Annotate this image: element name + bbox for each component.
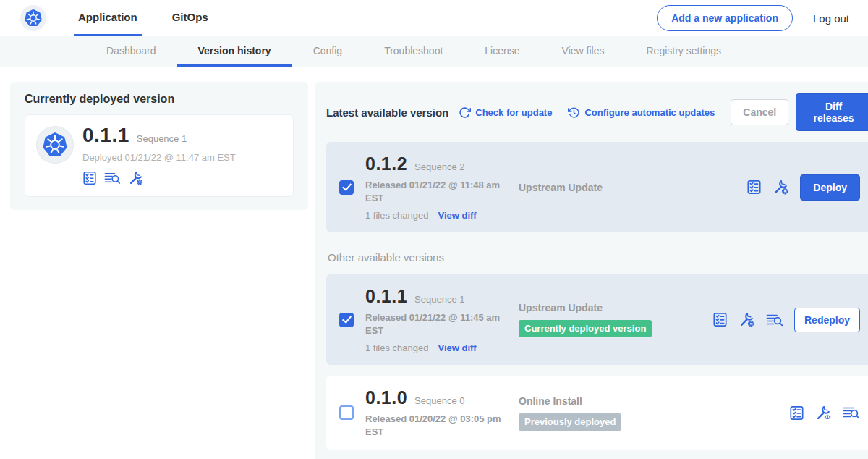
version-source: Upstream Update bbox=[519, 182, 712, 193]
deployed-sequence-label: Sequence 1 bbox=[137, 133, 187, 144]
redeploy-button[interactable]: Redeploy bbox=[794, 308, 860, 332]
source-label: Online Install bbox=[519, 395, 712, 407]
view-diff-link[interactable]: View diff bbox=[438, 210, 476, 221]
deployed-version-info: 0.1.1 Sequence 1 Deployed 01/21/22 @ 11:… bbox=[82, 124, 236, 186]
top-nav: Application GitOps Add a new application… bbox=[0, 0, 868, 36]
wrench-eye-icon[interactable] bbox=[815, 405, 832, 421]
wrench-gear-icon[interactable] bbox=[128, 170, 144, 186]
tab-registry-settings[interactable]: Registry settings bbox=[625, 36, 741, 67]
lines-magnifier-icon[interactable] bbox=[843, 405, 860, 420]
checklist-icon[interactable] bbox=[712, 312, 728, 327]
kubernetes-icon bbox=[40, 130, 70, 160]
version-history-panel: Latest available version Check for updat… bbox=[315, 82, 868, 459]
version-checkbox[interactable] bbox=[339, 405, 354, 420]
tab-dashboard[interactable]: Dashboard bbox=[85, 36, 177, 67]
kubernetes-icon bbox=[22, 7, 44, 29]
add-new-application-button[interactable]: Add a new application bbox=[657, 5, 793, 31]
version-checkbox[interactable] bbox=[339, 180, 354, 195]
released-timestamp: Released 01/21/22 @ 11:45 am EST bbox=[365, 311, 507, 337]
sequence-label: Sequence 0 bbox=[414, 395, 464, 406]
other-versions-title: Other available versions bbox=[328, 251, 868, 264]
released-timestamp: Released 01/21/22 @ 11:48 am EST bbox=[365, 179, 507, 204]
app-icon-badge bbox=[37, 127, 73, 163]
view-diff-link[interactable]: View diff bbox=[438, 342, 476, 353]
diff-releases-button[interactable]: Diff releases bbox=[796, 93, 868, 131]
version-actions bbox=[789, 405, 860, 421]
sequence-label: Sequence 1 bbox=[414, 294, 464, 305]
currently-deployed-badge: Currently deployed version bbox=[519, 320, 652, 337]
tab-gitops[interactable]: GitOps bbox=[168, 0, 213, 36]
tab-license[interactable]: License bbox=[464, 36, 540, 67]
latest-version-header: Latest available version Check for updat… bbox=[326, 93, 868, 131]
version-source: Upstream Update Currently deployed versi… bbox=[519, 302, 712, 337]
version-source: Online Install Previously deployed bbox=[519, 395, 712, 431]
tab-config[interactable]: Config bbox=[292, 36, 363, 67]
files-changed-label: 1 files changed bbox=[365, 342, 428, 353]
checklist-icon[interactable] bbox=[82, 171, 97, 185]
lines-magnifier-icon[interactable] bbox=[766, 313, 783, 327]
sequence-label: Sequence 2 bbox=[414, 161, 464, 172]
source-label: Upstream Update bbox=[519, 182, 712, 193]
files-changed-label: 1 files changed bbox=[365, 210, 428, 221]
configure-automatic-updates-link[interactable]: Configure automatic updates bbox=[568, 106, 715, 119]
tab-application[interactable]: Application bbox=[74, 0, 142, 36]
version-row-0-1-1: 0.1.1 Sequence 1 Released 01/21/22 @ 11:… bbox=[326, 274, 868, 365]
latest-version-title: Latest available version bbox=[326, 106, 448, 119]
lines-magnifier-icon[interactable] bbox=[104, 171, 121, 185]
tab-version-history[interactable]: Version history bbox=[177, 36, 292, 67]
checklist-icon[interactable] bbox=[746, 180, 762, 195]
cancel-button[interactable]: Cancel bbox=[731, 99, 788, 125]
currently-deployed-title: Currently deployed version bbox=[25, 93, 294, 106]
version-info: 0.1.0 Sequence 0 Released 01/20/22 @ 03:… bbox=[365, 387, 519, 438]
version-info: 0.1.1 Sequence 1 Released 01/21/22 @ 11:… bbox=[365, 286, 519, 353]
currently-deployed-card: Currently deployed version bbox=[10, 82, 308, 210]
tab-troubleshoot[interactable]: Troubleshoot bbox=[363, 36, 464, 67]
checklist-icon[interactable] bbox=[789, 405, 804, 421]
deploy-button[interactable]: Deploy bbox=[800, 174, 860, 201]
clock-refresh-icon bbox=[568, 106, 580, 119]
previously-deployed-badge: Previously deployed bbox=[519, 413, 621, 431]
version-info: 0.1.2 Sequence 2 Released 01/21/22 @ 11:… bbox=[365, 153, 519, 221]
version-checkbox[interactable] bbox=[339, 313, 354, 327]
wrench-gear-icon[interactable] bbox=[739, 311, 755, 328]
app-logo bbox=[20, 5, 46, 31]
version-row-0-1-0: 0.1.0 Sequence 0 Released 01/20/22 @ 03:… bbox=[326, 376, 868, 450]
version-number: 0.1.2 bbox=[365, 153, 407, 174]
released-timestamp: Released 01/20/22 @ 03:05 pm EST bbox=[365, 413, 507, 438]
version-number: 0.1.0 bbox=[365, 387, 407, 408]
main-content: Currently deployed version bbox=[0, 67, 868, 459]
version-row-0-1-2: 0.1.2 Sequence 2 Released 01/21/22 @ 11:… bbox=[326, 142, 868, 232]
wrench-gear-icon[interactable] bbox=[773, 179, 789, 195]
source-label: Upstream Update bbox=[519, 302, 712, 313]
check-for-update-link[interactable]: Check for update bbox=[459, 106, 552, 119]
deployed-timestamp: Deployed 01/21/22 @ 11:47 am EST bbox=[82, 152, 236, 163]
app-sub-nav: Dashboard Version history Config Trouble… bbox=[0, 36, 868, 67]
version-number: 0.1.1 bbox=[365, 286, 407, 307]
logout-link[interactable]: Log out bbox=[813, 12, 849, 25]
refresh-icon bbox=[459, 106, 471, 119]
deployed-version-box: 0.1.1 Sequence 1 Deployed 01/21/22 @ 11:… bbox=[25, 114, 294, 197]
tab-view-files[interactable]: View files bbox=[541, 36, 626, 67]
version-actions: Redeploy bbox=[712, 308, 860, 332]
version-actions: Deploy bbox=[746, 174, 860, 201]
primary-tabs: Application GitOps bbox=[74, 0, 239, 36]
deployed-version-number: 0.1.1 bbox=[82, 124, 129, 147]
